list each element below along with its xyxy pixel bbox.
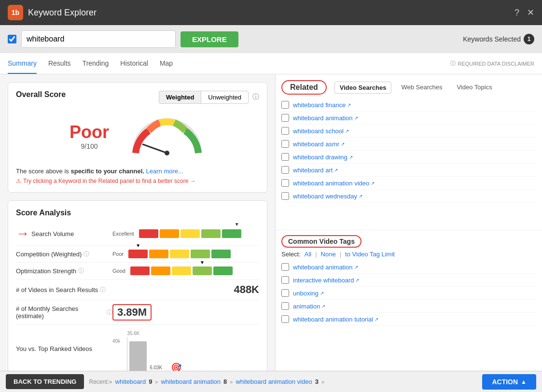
explore-button[interactable]: EXPLORE bbox=[181, 31, 238, 47]
keyword-list: whiteboard finance ↗ whiteboard animatio… bbox=[276, 95, 542, 230]
bar-label-poor: Poor bbox=[112, 251, 124, 257]
kw-link-7[interactable]: whiteboard wednesday ↗ bbox=[293, 193, 362, 200]
recent-num-2: 3 bbox=[315, 378, 319, 385]
action-label: ACTION bbox=[492, 378, 518, 386]
score-header: Overall Score Weighted Unweighted ⓘ bbox=[16, 90, 259, 104]
kw-checkbox-2[interactable] bbox=[281, 127, 289, 135]
kw-checkbox-7[interactable] bbox=[281, 192, 289, 200]
back-to-trending-button[interactable]: BACK TO TRENDING bbox=[6, 374, 84, 389]
tag-checkbox-0[interactable] bbox=[281, 263, 289, 271]
tabs-bar: Summary Results Trending Historical Map … bbox=[0, 53, 542, 74]
related-header: Related Video Searches Web Searches Vide… bbox=[276, 74, 542, 95]
tag-link-1[interactable]: interactive whiteboard ↗ bbox=[293, 277, 359, 284]
competition-info-icon[interactable]: ⓘ bbox=[83, 250, 89, 258]
search-bar: EXPLORE Keywords Selected 1 bbox=[0, 25, 542, 53]
list-item: whiteboard asmr ↗ bbox=[281, 138, 536, 151]
unweighted-tab[interactable]: Unweighted bbox=[201, 91, 249, 104]
kw-link-5[interactable]: whiteboard art ↗ bbox=[293, 167, 338, 174]
kw-link-6[interactable]: whiteboard animation video ↗ bbox=[293, 180, 375, 187]
kw-checkbox-4[interactable] bbox=[281, 153, 289, 161]
chart-bar-main bbox=[129, 341, 147, 371]
related-tab-video-topics[interactable]: Video Topics bbox=[452, 82, 497, 94]
kw-checkbox-0[interactable] bbox=[281, 101, 289, 109]
help-icon[interactable]: ? bbox=[514, 8, 519, 18]
list-item: whiteboard school ↗ bbox=[281, 125, 536, 138]
bar-poor: ▼ bbox=[128, 250, 231, 258]
close-icon[interactable]: ✕ bbox=[527, 7, 534, 18]
tag-item: interactive whiteboard ↗ bbox=[281, 274, 536, 287]
recent-num-0: 9 bbox=[149, 378, 152, 385]
kw-checkbox-5[interactable] bbox=[281, 166, 289, 174]
bar-label-good: Good bbox=[112, 268, 125, 274]
related-tabs: Video Searches Web Searches Video Topics bbox=[334, 82, 497, 94]
related-tab-web-searches[interactable]: Web Searches bbox=[396, 82, 447, 94]
main-content: Overall Score Weighted Unweighted ⓘ Poor… bbox=[0, 74, 542, 371]
search-input[interactable] bbox=[21, 30, 176, 48]
monthly-searches-value: 3.89M bbox=[112, 304, 152, 321]
analysis-label-monthly: # of Monthly Searches (estimate) ⓘ bbox=[16, 305, 112, 320]
tab-summary[interactable]: Summary bbox=[8, 54, 37, 74]
tag-none-link[interactable]: None bbox=[321, 251, 336, 258]
info-icon: ⓘ bbox=[450, 60, 456, 67]
chart-avg-label: 6.03K bbox=[150, 365, 162, 370]
chart-y-mid: 35.6K bbox=[127, 331, 139, 336]
tag-checkbox-4[interactable] bbox=[281, 315, 289, 323]
recent-bar: Recent:» whiteboard 9 » whiteboard anima… bbox=[89, 378, 477, 385]
bar-excellent bbox=[139, 229, 241, 238]
tag-item: animation ↗ bbox=[281, 300, 536, 313]
recent-arrow-1: » bbox=[230, 379, 233, 385]
score-tabs: Weighted Unweighted bbox=[159, 91, 249, 104]
tag-link-0[interactable]: whiteboard animation ↗ bbox=[293, 264, 358, 271]
kw-link-3[interactable]: whiteboard asmr ↗ bbox=[293, 140, 345, 148]
title-bar: 1b Keyword Explorer ? ✕ bbox=[0, 0, 542, 25]
tab-map[interactable]: Map bbox=[160, 54, 173, 74]
tag-link-3[interactable]: animation ↗ bbox=[293, 303, 325, 310]
analysis-row-videos: # of Videos in Search Results ⓘ 488K bbox=[16, 280, 259, 300]
learn-more-link[interactable]: Learn more... bbox=[146, 168, 183, 175]
kw-checkbox-6[interactable] bbox=[281, 179, 289, 187]
recent-num-1: 8 bbox=[223, 378, 227, 385]
weighted-tab[interactable]: Weighted bbox=[159, 91, 201, 104]
score-description: The score above is specific to your chan… bbox=[16, 168, 259, 175]
tag-all-link[interactable]: All bbox=[305, 251, 311, 258]
tab-results[interactable]: Results bbox=[48, 54, 71, 74]
action-arrow-icon: ▲ bbox=[521, 378, 527, 385]
kw-link-0[interactable]: whiteboard finance ↗ bbox=[293, 101, 351, 109]
videos-info-icon[interactable]: ⓘ bbox=[100, 286, 106, 294]
analysis-label-optimization: Optimization Strength ⓘ bbox=[16, 267, 112, 275]
keyword-checkbox[interactable] bbox=[8, 35, 16, 43]
title-bar-left: 1b Keyword Explorer bbox=[8, 5, 97, 20]
related-tab-video-searches[interactable]: Video Searches bbox=[334, 82, 392, 94]
analysis-value-optimization: Good ▼ bbox=[112, 266, 259, 275]
app-logo: 1b bbox=[8, 5, 23, 20]
tabs-left: Summary Results Trending Historical Map bbox=[8, 54, 173, 74]
kw-link-4[interactable]: whiteboard drawing ↗ bbox=[293, 154, 353, 161]
score-info-icon[interactable]: ⓘ bbox=[252, 93, 259, 101]
tag-checkbox-3[interactable] bbox=[281, 302, 289, 310]
related-label: Related bbox=[281, 80, 327, 95]
tab-historical[interactable]: Historical bbox=[120, 54, 148, 74]
tab-trending[interactable]: Trending bbox=[83, 54, 109, 74]
tag-checkbox-1[interactable] bbox=[281, 276, 289, 284]
tag-limit-link[interactable]: to Video Tag Limit bbox=[345, 251, 395, 258]
monthly-info-icon[interactable]: ⓘ bbox=[107, 308, 112, 317]
tag-link-4[interactable]: whiteboard animation tutorial ↗ bbox=[293, 316, 378, 323]
list-item: whiteboard animation video ↗ bbox=[281, 177, 536, 190]
list-item: whiteboard animation ↗ bbox=[281, 112, 536, 125]
analysis-label-videos: # of Videos in Search Results ⓘ bbox=[16, 286, 112, 294]
optimization-info-icon[interactable]: ⓘ bbox=[78, 267, 84, 275]
kw-link-1[interactable]: whiteboard animation ↗ bbox=[293, 114, 358, 122]
gauge-container bbox=[128, 114, 206, 158]
score-analysis-card: Score Analysis → Search Volume Excellent bbox=[8, 200, 267, 371]
keywords-selected: Keywords Selected 1 bbox=[463, 34, 534, 44]
kw-checkbox-1[interactable] bbox=[281, 114, 289, 122]
tag-link-2[interactable]: unboxing ↗ bbox=[293, 290, 324, 297]
kw-checkbox-3[interactable] bbox=[281, 140, 289, 148]
recent-link-2[interactable]: whiteboard animation video bbox=[236, 378, 312, 385]
action-button[interactable]: ACTION ▲ bbox=[482, 374, 536, 390]
kw-link-2[interactable]: whiteboard school ↗ bbox=[293, 127, 349, 135]
analysis-value-ranked: 40k 0 35.6K 6.03K bbox=[112, 331, 259, 371]
tag-checkbox-2[interactable] bbox=[281, 289, 289, 297]
recent-link-1[interactable]: whiteboard animation bbox=[161, 378, 221, 385]
recent-link-0[interactable]: whiteboard bbox=[115, 378, 146, 385]
